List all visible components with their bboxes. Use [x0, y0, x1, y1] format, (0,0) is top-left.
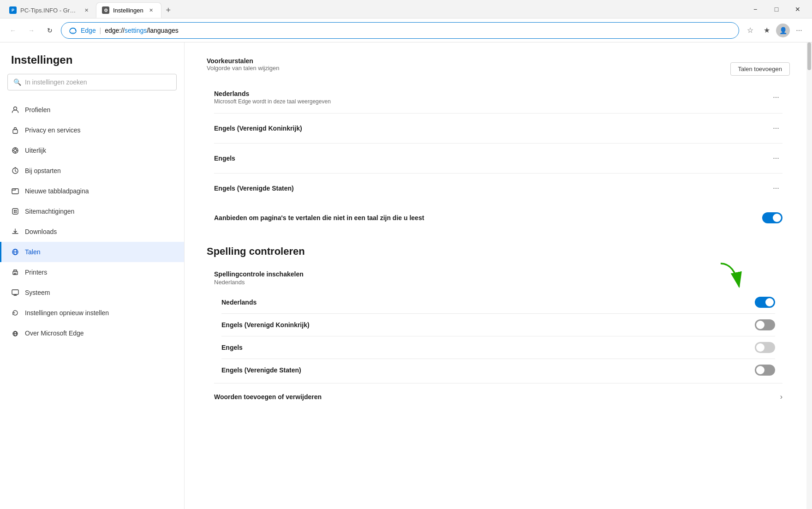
sidebar-title: Instellingen	[0, 54, 184, 74]
translate-toggle-thumb	[773, 214, 781, 222]
downloads-icon	[11, 228, 19, 236]
sub-lang-row-eng: Engels	[207, 336, 790, 359]
sidebar-item-printers-label: Printers	[25, 269, 47, 276]
window-controls: − □ ✕	[745, 0, 808, 18]
about-icon	[11, 329, 19, 337]
divider-spell-4	[214, 383, 782, 383]
voorkeurstalen-header: Voorkeurstalen Volgorde van talen wijzig…	[207, 57, 790, 81]
sitemachtigingen-icon	[11, 207, 19, 216]
back-button[interactable]: ←	[6, 23, 20, 38]
translate-toggle-row: Aanbieden om pagina's te vertalen die ni…	[207, 205, 790, 231]
sidebar-item-systeem[interactable]: Systeem	[0, 282, 184, 303]
sidebar-item-talen-label: Talen	[25, 248, 40, 256]
divider-2	[214, 143, 782, 144]
uiterlijk-icon	[11, 146, 19, 155]
sub-lang-name-nl: Nederlands	[221, 299, 755, 306]
lang-sub-nederlands: Microsoft Edge wordt in deze taal weerge…	[214, 98, 770, 105]
lang-menu-nederlands[interactable]: ···	[770, 91, 782, 104]
sidebar-item-sitemachtigingen-label: Sitemachtigingen	[25, 208, 74, 215]
opstarten-icon	[11, 167, 19, 175]
sub-lang-row-engvs: Engels (Verenigde Staten)	[207, 359, 790, 381]
translate-toggle-label: Aanbieden om pagina's te vertalen die ni…	[214, 214, 762, 222]
main-layout: Instellingen 🔍 In instellingen zoeken Pr…	[0, 42, 812, 509]
settings-search[interactable]: 🔍 In instellingen zoeken	[7, 74, 177, 90]
titlebar: P PC-Tips.INFO - Gratis computer ✕ ⚙ Ins…	[0, 0, 812, 18]
sidebar-item-profielen[interactable]: Profielen	[0, 100, 184, 120]
tab2-close[interactable]: ✕	[147, 6, 155, 14]
tabblad-icon	[11, 187, 19, 195]
svg-rect-2	[13, 130, 18, 133]
spelling-toggle-engvs[interactable]	[755, 365, 775, 376]
forward-button[interactable]: →	[24, 23, 39, 38]
svg-rect-13	[16, 210, 17, 211]
new-tab-button[interactable]: +	[161, 3, 175, 17]
spelling-toggle-eng-thumb	[756, 343, 764, 352]
spelling-toggle-nl[interactable]	[755, 297, 775, 308]
profielen-icon	[11, 106, 19, 114]
svg-rect-11	[12, 209, 18, 214]
content-area: Voorkeurstalen Volgorde van talen wijzig…	[185, 42, 812, 509]
svg-rect-15	[16, 212, 17, 213]
sidebar-item-printers[interactable]: Printers	[0, 262, 184, 282]
lang-name-engels-vk: Engels (Verenigd Koninkrijk)	[214, 125, 770, 132]
address-brand: Edge	[81, 27, 96, 34]
translate-toggle[interactable]	[762, 212, 782, 223]
sidebar-item-reset[interactable]: Instellingen opnieuw instellen	[0, 303, 184, 323]
scrollbar-track[interactable]	[806, 42, 812, 509]
lang-menu-engels-vs[interactable]: ···	[770, 182, 782, 195]
sidebar-item-downloads-label: Downloads	[25, 228, 57, 235]
tab-pctips[interactable]: P PC-Tips.INFO - Gratis computer ✕	[4, 2, 96, 18]
lang-info-engels-vk: Engels (Verenigd Koninkrijk)	[214, 125, 770, 132]
lang-menu-engels-vk[interactable]: ···	[770, 122, 782, 135]
sidebar-item-privacy[interactable]: Privacy en services	[0, 120, 184, 140]
spelling-enable-sub: Nederlands	[214, 279, 782, 286]
add-languages-button[interactable]: Talen toevoegen	[730, 62, 790, 76]
lang-name-engels: Engels	[214, 155, 770, 162]
printers-icon	[11, 268, 19, 276]
words-row[interactable]: Woorden toevoegen of verwijderen ›	[207, 385, 790, 408]
sidebar: Instellingen 🔍 In instellingen zoeken Pr…	[0, 42, 185, 509]
addressbar: ← → ↻ Edge | edge://settings/languages ☆…	[0, 18, 812, 42]
sidebar-item-uiterlijk[interactable]: Uiterlijk	[0, 140, 184, 161]
tab-instellingen[interactable]: ⚙ Instellingen ✕	[96, 2, 161, 18]
svg-point-4	[14, 149, 17, 152]
minimize-button[interactable]: −	[745, 0, 766, 18]
privacy-icon	[11, 126, 19, 134]
spelling-enable-title: Spellingcontrole inschakelen	[214, 270, 782, 278]
sidebar-item-tabblad[interactable]: Nieuwe tabbladpagina	[0, 181, 184, 201]
lang-row-engels: Engels ···	[207, 145, 790, 171]
sidebar-item-about[interactable]: Over Microsoft Edge	[0, 323, 184, 343]
spelling-toggle-engvk[interactable]	[755, 319, 775, 330]
lang-menu-engels[interactable]: ···	[770, 152, 782, 165]
toolbar-icons: ☆ ★ 👤 ···	[743, 23, 806, 38]
voorkeurstalen-subtitle: Volgorde van talen wijzigen	[207, 65, 280, 72]
settings-more-icon[interactable]: ···	[792, 23, 806, 38]
voorkeurstalen-title: Voorkeurstalen	[207, 57, 280, 65]
scrollbar-thumb[interactable]	[807, 42, 811, 70]
lang-info-engels: Engels	[214, 155, 770, 162]
profile-icon[interactable]: 👤	[776, 24, 790, 37]
svg-rect-12	[14, 210, 15, 211]
refresh-button[interactable]: ↻	[42, 23, 57, 38]
tab1-favicon: P	[9, 6, 17, 14]
tab1-close[interactable]: ✕	[82, 6, 90, 14]
sidebar-item-opstarten[interactable]: Bij opstarten	[0, 161, 184, 181]
lang-row-engels-vk: Engels (Verenigd Koninkrijk) ···	[207, 115, 790, 141]
close-button[interactable]: ✕	[787, 0, 808, 18]
spelling-toggle-eng[interactable]	[755, 342, 775, 353]
sidebar-item-downloads[interactable]: Downloads	[0, 222, 184, 242]
sidebar-item-talen[interactable]: Talen	[0, 242, 184, 262]
spelling-toggle-engvk-thumb	[756, 321, 764, 329]
svg-rect-14	[14, 212, 15, 213]
search-icon: 🔍	[13, 78, 21, 86]
svg-rect-22	[12, 290, 18, 294]
tab2-favicon: ⚙	[102, 6, 109, 14]
collections-icon[interactable]: ★	[759, 23, 774, 38]
svg-point-1	[14, 107, 17, 110]
sidebar-item-opstarten-label: Bij opstarten	[25, 167, 61, 174]
address-field[interactable]: Edge | edge://settings/languages	[61, 22, 739, 39]
maximize-button[interactable]: □	[766, 0, 787, 18]
lang-name-engels-vs: Engels (Verenigde Staten)	[214, 185, 770, 192]
sidebar-item-sitemachtigingen[interactable]: Sitemachtigingen	[0, 201, 184, 222]
favorites-icon[interactable]: ☆	[743, 23, 758, 38]
